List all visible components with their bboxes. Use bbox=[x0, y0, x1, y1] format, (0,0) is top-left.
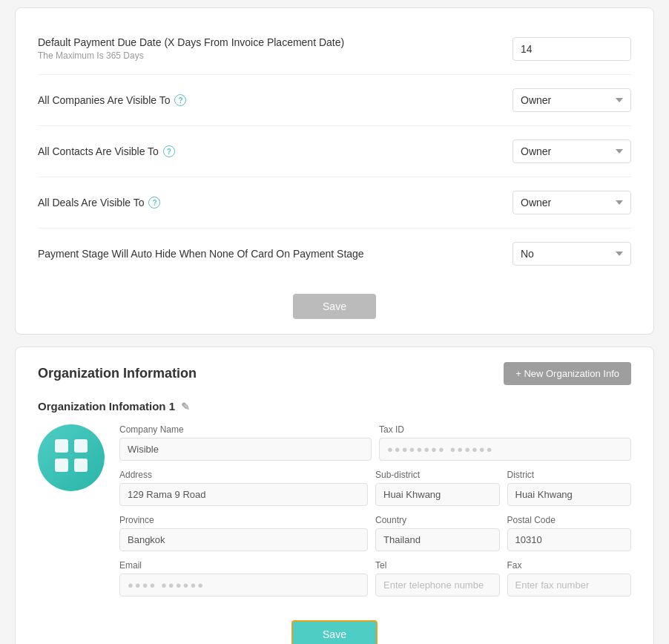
page-wrapper: Default Payment Due Date (X Days From In… bbox=[0, 0, 669, 644]
field-group-postal: Postal Code bbox=[507, 515, 632, 551]
tel-label: Tel bbox=[375, 560, 500, 571]
help-icon-companies[interactable]: ? bbox=[174, 94, 186, 106]
help-icon-contacts[interactable]: ? bbox=[163, 145, 175, 157]
field-group-address: Address bbox=[119, 470, 368, 506]
org-info-heading: Organization Infomation 1 ✎ bbox=[38, 400, 631, 413]
field-group-subdistrict: Sub-district bbox=[375, 470, 500, 506]
svg-rect-0 bbox=[55, 439, 68, 453]
select-contacts-visible[interactable]: Owner Everyone Admin bbox=[513, 139, 631, 163]
select-deals-visible[interactable]: Owner Everyone Admin bbox=[513, 191, 631, 214]
address-input[interactable] bbox=[119, 483, 368, 506]
org-info-card: Organization Information + New Organizat… bbox=[15, 346, 654, 644]
svg-rect-2 bbox=[55, 459, 68, 472]
label-text-payment-stage: Payment Stage Will Auto Hide When None O… bbox=[38, 248, 364, 260]
company-name-input[interactable] bbox=[119, 438, 372, 461]
email-input[interactable] bbox=[119, 574, 368, 597]
subdistrict-label: Sub-district bbox=[375, 470, 500, 480]
select-payment-stage[interactable]: No Yes bbox=[513, 242, 631, 266]
field-group-district: District bbox=[507, 470, 632, 506]
field-row-location: Province Country Postal Code bbox=[119, 515, 631, 551]
district-label: District bbox=[507, 470, 632, 480]
setting-row-companies: All Companies Are Visible To ? Owner Eve… bbox=[38, 75, 631, 126]
svg-rect-1 bbox=[74, 439, 88, 453]
control-companies: Owner Everyone Admin bbox=[513, 88, 631, 112]
field-row-address: Address Sub-district District bbox=[119, 470, 631, 506]
province-label: Province bbox=[119, 515, 368, 525]
control-contacts: Owner Everyone Admin bbox=[513, 139, 631, 163]
control-deals: Owner Everyone Admin bbox=[513, 191, 631, 214]
field-group-fax: Fax bbox=[507, 560, 632, 597]
setting-label-companies: All Companies Are Visible To ? bbox=[38, 94, 513, 106]
postal-input[interactable] bbox=[507, 528, 632, 551]
edit-icon[interactable]: ✎ bbox=[181, 401, 190, 413]
field-group-province: Province bbox=[119, 515, 368, 551]
new-org-button[interactable]: + New Organization Info bbox=[504, 362, 631, 385]
field-group-company-name: Company Name bbox=[119, 424, 372, 461]
help-icon-deals[interactable]: ? bbox=[148, 197, 160, 208]
field-group-email: Email bbox=[119, 560, 368, 597]
field-group-country: Country bbox=[375, 515, 500, 551]
label-text-companies: All Companies Are Visible To bbox=[38, 94, 170, 106]
email-label: Email bbox=[119, 560, 368, 571]
setting-label-payment-date: Default Payment Due Date (X Days From In… bbox=[38, 36, 513, 61]
settings-card: Default Payment Due Date (X Days From In… bbox=[15, 7, 654, 335]
label-text-payment-date: Default Payment Due Date (X Days From In… bbox=[38, 36, 344, 48]
select-companies-visible[interactable]: Owner Everyone Admin bbox=[513, 88, 631, 112]
tax-id-input[interactable] bbox=[379, 438, 631, 461]
input-payment-date[interactable] bbox=[513, 37, 631, 61]
fax-input[interactable] bbox=[507, 574, 632, 597]
org-logo bbox=[38, 424, 105, 491]
org-section-title: Organization Information bbox=[38, 366, 197, 381]
svg-rect-3 bbox=[74, 459, 88, 472]
country-label: Country bbox=[375, 515, 500, 525]
postal-label: Postal Code bbox=[507, 515, 632, 525]
fax-label: Fax bbox=[507, 560, 632, 571]
setting-label-deals: All Deals Are Visible To ? bbox=[38, 197, 513, 208]
field-row-contact: Email Tel Fax bbox=[119, 560, 631, 597]
label-text-deals: All Deals Are Visible To bbox=[38, 197, 144, 208]
org-logo-text bbox=[49, 433, 93, 483]
province-input[interactable] bbox=[119, 528, 368, 551]
org-header: Organization Information + New Organizat… bbox=[38, 362, 631, 385]
setting-label-payment-stage: Payment Stage Will Auto Hide When None O… bbox=[38, 248, 513, 260]
tel-input[interactable] bbox=[375, 574, 500, 597]
district-input[interactable] bbox=[507, 483, 632, 506]
control-payment-date bbox=[513, 37, 631, 61]
save-button-settings[interactable]: Save bbox=[293, 294, 376, 319]
company-name-label: Company Name bbox=[119, 424, 372, 435]
setting-row-contacts: All Contacts Are Visible To ? Owner Ever… bbox=[38, 126, 631, 177]
save-button-org[interactable]: Save bbox=[291, 620, 378, 644]
field-group-tax-id: Tax ID bbox=[379, 424, 631, 461]
setting-row-payment-date: Default Payment Due Date (X Days From In… bbox=[38, 23, 631, 75]
address-label: Address bbox=[119, 470, 368, 480]
org-content: Company Name Tax ID Address Sub bbox=[38, 424, 631, 605]
control-payment-stage: No Yes bbox=[513, 242, 631, 266]
setting-row-payment-stage: Payment Stage Will Auto Hide When None O… bbox=[38, 229, 631, 279]
org-info-title-text: Organization Infomation 1 bbox=[38, 400, 175, 413]
subdistrict-input[interactable] bbox=[375, 483, 500, 506]
setting-row-deals: All Deals Are Visible To ? Owner Everyon… bbox=[38, 177, 631, 229]
field-row-company-tax: Company Name Tax ID bbox=[119, 424, 631, 461]
field-group-tel: Tel bbox=[375, 560, 500, 597]
tax-id-label: Tax ID bbox=[379, 424, 631, 435]
label-sub-payment-date: The Maximum Is 365 Days bbox=[38, 50, 344, 61]
label-text-contacts: All Contacts Are Visible To bbox=[38, 145, 159, 157]
setting-label-contacts: All Contacts Are Visible To ? bbox=[38, 145, 513, 157]
org-fields: Company Name Tax ID Address Sub bbox=[119, 424, 631, 605]
country-input[interactable] bbox=[375, 528, 500, 551]
